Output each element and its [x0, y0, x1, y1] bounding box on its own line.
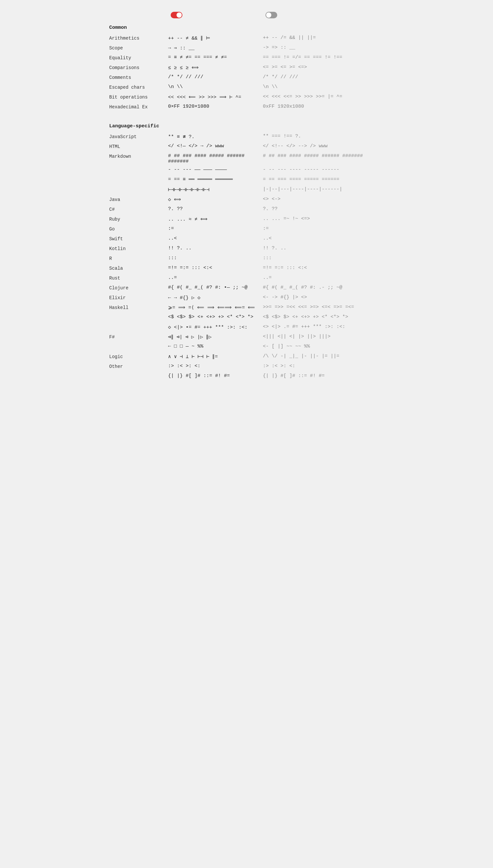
- section-header-language-specific: Language-specific: [109, 123, 384, 129]
- row-left-language-specific-14: ..=: [168, 275, 263, 281]
- row-language-specific-11: Kotlin!! ?. ..!! ?. ..: [109, 244, 384, 254]
- main-container: CommonArithmetics++ -- ≠ && ∥ ⊨++ -- /= …: [109, 10, 384, 387]
- row-right-common-4: /* */ // ///: [263, 74, 384, 80]
- row-left-language-specific-21: ← □ □ — ~ %%: [168, 344, 263, 349]
- row-label-language-specific-17: Haskell: [109, 304, 168, 310]
- row-right-language-specific-5: |-|--|---|----|----|------|: [263, 186, 384, 192]
- row-left-language-specific-17: ⩾= ⟹ =⟨ ⟸ ⟹ ⟸⟹ ⟸= ⟸: [168, 304, 263, 310]
- row-label-language-specific-7: C#: [109, 206, 168, 212]
- row-left-language-specific-22: ∧ ∨ ⊣ ⊥ ⊢ ⊢⊣ ⊢ ∥=: [168, 354, 263, 360]
- row-language-specific-4: = == ≡ ══ ═════ ══════= == === ==== ====…: [109, 176, 384, 185]
- row-common-4: Comments/* */ // ////* */ // ///: [109, 73, 384, 83]
- row-right-language-specific-0: ** === !== ?.: [263, 134, 384, 139]
- row-left-language-specific-10: ..<: [168, 236, 263, 241]
- row-right-language-specific-1: </ <!-- </> --> /> www: [263, 143, 384, 149]
- row-label-common-5: Escaped chars: [109, 84, 168, 90]
- row-right-language-specific-13: =!= =:= ::: <:<: [263, 265, 384, 271]
- row-right-language-specific-20: <||| <|| <| |> ||> |||>: [263, 334, 384, 339]
- row-right-language-specific-6: <> <->: [263, 196, 384, 202]
- row-language-specific-8: Ruby.. ... ≈ ≠ ⟺.. ... =~ !~ <=>: [109, 215, 384, 224]
- section-header-common: Common: [109, 25, 384, 31]
- row-label-language-specific-18: [109, 314, 168, 315]
- row-language-specific-2: Markdown# ## ### #### ##### ###### #####…: [109, 152, 384, 166]
- row-language-specific-0: JavaScript** ≡ ≢ ?.** === !== ?.: [109, 132, 384, 142]
- row-label-language-specific-3: [109, 167, 168, 167]
- row-label-language-specific-0: JavaScript: [109, 134, 168, 139]
- row-right-language-specific-16: <- -> #{} |> <>: [263, 295, 384, 300]
- row-left-language-specific-20: ⊲∥ ⊲| ⊲ ▷ |▷ ∥▷: [168, 334, 263, 340]
- row-right-language-specific-14: ..=: [263, 275, 384, 281]
- row-right-common-5: \n \\: [263, 84, 384, 90]
- header-row: [109, 10, 384, 18]
- row-common-5: Escaped chars\n \\\n \\: [109, 83, 384, 93]
- row-right-common-6: << <<< <<= >> >>> >>= |= ^=: [263, 94, 384, 100]
- row-label-common-6: Bit operations: [109, 94, 168, 100]
- row-left-language-specific-3: - -- --- —— ——— ————: [168, 167, 263, 173]
- row-left-common-4: /* */ // ///: [168, 74, 263, 80]
- row-right-language-specific-24: {| |} #[ ]# ::= #! #=: [263, 373, 384, 379]
- row-label-common-4: Comments: [109, 74, 168, 80]
- row-right-language-specific-7: ?. ??: [263, 206, 384, 212]
- row-language-specific-22: Logic∧ ∨ ⊣ ⊥ ⊢ ⊢⊣ ⊢ ∥=/\ \/ -| _|_ |- ||…: [109, 352, 384, 362]
- row-label-language-specific-20: F#: [109, 334, 168, 340]
- row-label-common-1: Scope: [109, 45, 168, 51]
- row-left-language-specific-11: !! ?. ..: [168, 245, 263, 251]
- row-right-common-1: -> => :: __: [263, 45, 384, 51]
- row-left-language-specific-12: :::: [168, 255, 263, 261]
- row-right-language-specific-3: - -- --- ---- ----- ------: [263, 167, 384, 173]
- row-common-6: Bit operations<< <<< ⟸ >> >>> ⟹ ⊢ ^=<< <…: [109, 93, 384, 102]
- row-language-specific-24: {| |} #[ ]# ::= #! #={| |} #[ ]# ::= #! …: [109, 372, 384, 382]
- section-spacer-language-specific: [109, 382, 384, 387]
- row-label-language-specific-9: Go: [109, 226, 168, 232]
- row-left-language-specific-9: :=: [168, 226, 263, 231]
- section-spacer-common: [109, 112, 384, 118]
- row-left-language-specific-2: # ## ### #### ##### ###### #######: [168, 153, 263, 164]
- fira-mono-ligature-toggle[interactable]: [265, 12, 277, 18]
- row-left-language-specific-18: <$ <$> $> <+ <+> +> <* <*> *>: [168, 314, 263, 320]
- row-label-language-specific-6: Java: [109, 196, 168, 202]
- row-left-common-1: → ⇒ :: __: [168, 45, 263, 51]
- row-right-language-specific-4: = == === ==== ===== ======: [263, 177, 384, 182]
- row-language-specific-15: Clojure#{ #( #_ #_( #? #: •— ;; ~@#{ #( …: [109, 283, 384, 293]
- fira-mono-ligature-row: [263, 12, 384, 18]
- row-right-common-2: == === != =/= == === != !==: [263, 55, 384, 60]
- row-left-common-2: = ≡ ≠ ≠= == === ≠ ≠=: [168, 55, 263, 60]
- row-label-language-specific-8: Ruby: [109, 216, 168, 222]
- fira-code-ligature-toggle[interactable]: [171, 12, 183, 18]
- row-right-language-specific-11: !! ?. ..: [263, 245, 384, 251]
- row-label-language-specific-15: Clojure: [109, 285, 168, 291]
- row-left-language-specific-15: #{ #( #_ #_( #? #: •— ;; ~@: [168, 285, 263, 290]
- row-language-specific-9: Go:=:=: [109, 224, 384, 234]
- fira-mono-column-header: [263, 10, 384, 18]
- row-right-language-specific-17: >>= =>> =<< <<= >=> <=< =>= =<=: [263, 304, 384, 310]
- row-language-specific-5: ⊢⊣⊢⊣⊢⊣⊢⊣⊢⊣⊢⊣⊢⊣|-|--|---|----|----|------…: [109, 185, 384, 195]
- sections-container: CommonArithmetics++ -- ≠ && ∥ ⊨++ -- /= …: [109, 25, 384, 387]
- row-label-language-specific-11: Kotlin: [109, 245, 168, 251]
- row-right-common-7: 0xFF 1920x1080: [263, 104, 384, 109]
- row-common-3: Comparisons≤ ≥ ≤ ≥ ⟺<= >= <= >= <=>: [109, 63, 384, 73]
- row-common-0: Arithmetics++ -- ≠ && ∥ ⊨++ -- /= && || …: [109, 34, 384, 43]
- row-language-specific-3: - -- --- —— ——— ————- -- --- ---- ----- …: [109, 166, 384, 176]
- row-label-language-specific-2: Markdown: [109, 153, 168, 159]
- row-label-language-specific-19: [109, 324, 168, 325]
- row-label-language-specific-10: Swift: [109, 236, 168, 242]
- row-left-language-specific-8: .. ... ≈ ≠ ⟺: [168, 216, 263, 222]
- row-language-specific-16: Elixir← → #{} ▷ ◇<- -> #{} |> <>: [109, 293, 384, 303]
- row-right-language-specific-2: # ## ### #### ##### ###### #######: [263, 153, 384, 159]
- row-label-language-specific-12: R: [109, 255, 168, 261]
- row-right-language-specific-18: <$ <$> $> <+ <+> +> <* <*> *>: [263, 314, 384, 320]
- row-right-language-specific-19: <> <|> .= #= +++ *** :>: :<:: [263, 324, 384, 329]
- row-language-specific-7: C#?. ???. ??: [109, 205, 384, 215]
- row-left-language-specific-5: ⊢⊣⊢⊣⊢⊣⊢⊣⊢⊣⊢⊣⊢⊣: [168, 186, 263, 193]
- row-left-language-specific-16: ← → #{} ▷ ◇: [168, 295, 263, 301]
- row-label-common-3: Comparisons: [109, 64, 168, 70]
- row-label-language-specific-22: Logic: [109, 354, 168, 359]
- row-left-common-7: 0×FF 1920×1080: [168, 104, 263, 109]
- row-left-language-specific-24: {| |} #[ ]# ::= #! #=: [168, 373, 263, 379]
- row-right-language-specific-9: :=: [263, 226, 384, 231]
- row-left-language-specific-6: ◇ ⟺: [168, 196, 263, 203]
- fira-code-ligature-row: [168, 12, 263, 18]
- row-left-common-0: ++ -- ≠ && ∥ ⊨: [168, 35, 263, 41]
- row-left-common-3: ≤ ≥ ≤ ≥ ⟺: [168, 64, 263, 71]
- row-label-language-specific-16: Elixir: [109, 295, 168, 300]
